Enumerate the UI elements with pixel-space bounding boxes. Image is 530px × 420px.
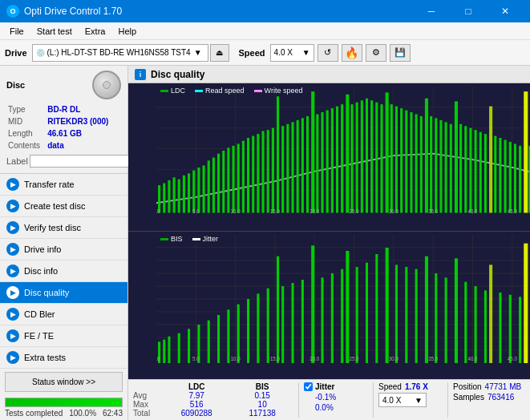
type-label: Type	[8, 104, 46, 115]
svg-rect-16	[163, 184, 165, 213]
svg-rect-34	[252, 136, 254, 213]
svg-rect-49	[326, 111, 329, 213]
menu-start-test[interactable]: Start test	[30, 25, 79, 38]
svg-rect-173	[475, 286, 477, 363]
menubar: File Start test Extra Help	[0, 22, 530, 40]
avg-row-label: Avg	[133, 391, 162, 400]
progress-percent: 100.0%	[69, 409, 96, 418]
svg-rect-67	[415, 114, 418, 212]
svg-rect-38	[272, 128, 274, 213]
svg-rect-28	[222, 151, 225, 213]
progress-left-label: Tests completed	[5, 409, 63, 418]
maximize-button[interactable]: □	[450, 0, 487, 22]
type-value: BD-R DL	[47, 104, 119, 115]
read-speed-legend-dot	[195, 90, 203, 92]
svg-rect-61	[386, 92, 389, 212]
refresh-button[interactable]: ↺	[318, 44, 338, 62]
toolbar: Drive 💿 (L:) HL-DT-ST BD-RE WH16NS58 TST…	[0, 40, 530, 66]
bis-total: 117138	[231, 409, 293, 418]
svg-rect-48	[321, 112, 323, 213]
ldc-avg: 7.97	[162, 391, 231, 400]
mid-label: MID	[8, 116, 46, 127]
speed-select-box[interactable]: 4.0 X ▼	[378, 393, 427, 407]
speed-selector[interactable]: 4.0 X ▼	[270, 44, 314, 62]
sidebar-item-drive-info[interactable]: ▶ Drive info	[0, 239, 127, 260]
sidebar-item-fe-te[interactable]: ▶ FE / TE	[0, 325, 127, 347]
drive-selector[interactable]: 💿 (L:) HL-DT-ST BD-RE WH16NS58 TST4 ▼	[32, 44, 208, 62]
content-area: i Disc quality LDC Read speed	[128, 66, 530, 420]
svg-rect-140	[163, 340, 165, 363]
svg-rect-76	[459, 124, 462, 213]
svg-rect-80	[479, 132, 482, 213]
sidebar-item-extra-tests[interactable]: ▶ Extra tests	[0, 347, 127, 369]
menu-help[interactable]: Help	[111, 25, 143, 38]
burn-button[interactable]: 🔥	[342, 44, 362, 62]
svg-rect-88	[519, 146, 521, 213]
svg-rect-35	[257, 134, 259, 212]
menu-file[interactable]: File	[3, 25, 30, 38]
svg-rect-64	[400, 108, 403, 212]
sidebar-item-disc-quality[interactable]: ▶ Disc quality	[0, 282, 127, 304]
status-window-button[interactable]: Status window >>	[5, 372, 123, 392]
svg-rect-55	[356, 103, 358, 213]
svg-rect-32	[242, 141, 245, 213]
svg-rect-42	[291, 122, 293, 212]
ldc-max: 516	[162, 400, 231, 409]
svg-rect-146	[217, 315, 220, 363]
svg-rect-29	[227, 147, 229, 212]
svg-text:20.0: 20.0	[310, 208, 319, 214]
settings-button[interactable]: ⚙	[366, 44, 386, 62]
sidebar-item-verify-test-disc[interactable]: ▶ Verify test disc	[0, 217, 127, 239]
ldc-total: 6090288	[162, 409, 231, 418]
svg-rect-169	[435, 273, 437, 363]
disc-icon	[92, 71, 121, 99]
menu-extra[interactable]: Extra	[79, 25, 112, 38]
eject-button[interactable]: ⏏	[210, 44, 229, 62]
svg-rect-163	[375, 254, 378, 363]
svg-rect-82	[489, 107, 492, 213]
svg-rect-157	[321, 277, 323, 363]
svg-rect-39	[277, 96, 279, 212]
svg-rect-70	[430, 116, 432, 213]
svg-rect-141	[168, 337, 170, 363]
svg-rect-77	[464, 126, 467, 212]
minimize-button[interactable]: ─	[413, 0, 450, 22]
svg-rect-160	[346, 251, 349, 363]
svg-rect-69	[425, 99, 428, 213]
svg-rect-149	[247, 299, 249, 363]
sidebar-item-create-test-disc[interactable]: ▶ Create test disc	[0, 196, 127, 217]
ldc-legend-dot	[160, 90, 168, 92]
sidebar-item-cd-bler[interactable]: ▶ CD Bler	[0, 304, 127, 325]
svg-rect-21	[188, 173, 190, 212]
save-button[interactable]: 💾	[390, 44, 411, 62]
svg-text:20.0: 20.0	[310, 356, 319, 363]
close-button[interactable]: ✕	[487, 0, 524, 22]
svg-text:35.0: 35.0	[428, 208, 438, 214]
svg-text:30.0: 30.0	[389, 208, 399, 214]
contents-label: Contents	[8, 140, 46, 151]
svg-text:40.0: 40.0	[468, 208, 478, 214]
bis-legend: BIS	[160, 235, 183, 243]
position-value: 47731 MB	[485, 382, 522, 391]
sidebar-item-transfer-rate[interactable]: ▶ Transfer rate	[0, 174, 127, 196]
svg-rect-30	[233, 146, 235, 213]
length-value: 46.61 GB	[47, 128, 119, 139]
svg-rect-25	[208, 160, 210, 212]
bis-max: 10	[231, 400, 293, 409]
jitter-checkbox[interactable]	[304, 382, 313, 391]
svg-rect-175	[489, 265, 492, 363]
svg-rect-37	[267, 130, 269, 212]
svg-rect-19	[178, 180, 180, 213]
svg-rect-33	[247, 138, 249, 213]
svg-rect-153	[281, 286, 284, 363]
svg-rect-89	[524, 91, 528, 212]
samples-label: Samples	[453, 393, 484, 402]
label-input[interactable]	[30, 155, 136, 168]
svg-rect-155	[301, 280, 304, 363]
svg-text:15.0: 15.0	[270, 356, 280, 363]
svg-rect-176	[499, 293, 501, 363]
svg-rect-57	[366, 99, 368, 213]
svg-rect-63	[395, 107, 398, 213]
sidebar-item-disc-info[interactable]: ▶ Disc info	[0, 260, 127, 282]
svg-rect-65	[405, 111, 407, 213]
